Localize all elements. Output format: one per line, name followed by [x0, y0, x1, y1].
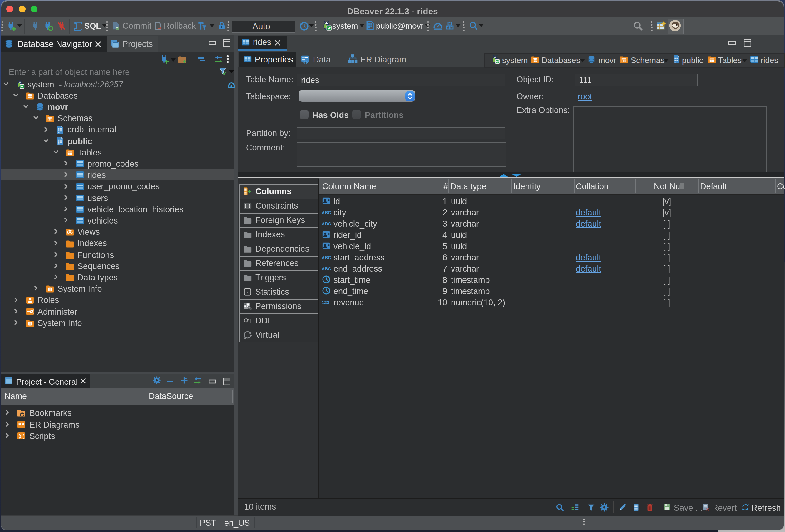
svg-text:ABC: ABC	[322, 210, 331, 215]
svg-text:i: i	[246, 289, 248, 295]
svg-text:ABC: ABC	[322, 221, 331, 226]
svg-text:ABC: ABC	[322, 255, 331, 260]
svg-text:123: 123	[322, 300, 329, 305]
svg-text:T: T	[248, 317, 252, 324]
svg-text:ABC: ABC	[322, 266, 331, 271]
